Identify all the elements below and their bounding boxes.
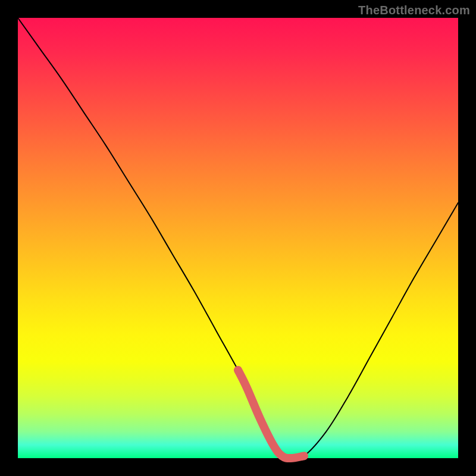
chart-frame: TheBottleneck.com: [0, 0, 476, 476]
bottleneck-curve: [18, 18, 458, 459]
optimal-range-highlight: [238, 370, 304, 458]
plot-area: [18, 18, 458, 458]
watermark-text: TheBottleneck.com: [358, 4, 470, 17]
chart-svg: [18, 18, 458, 458]
